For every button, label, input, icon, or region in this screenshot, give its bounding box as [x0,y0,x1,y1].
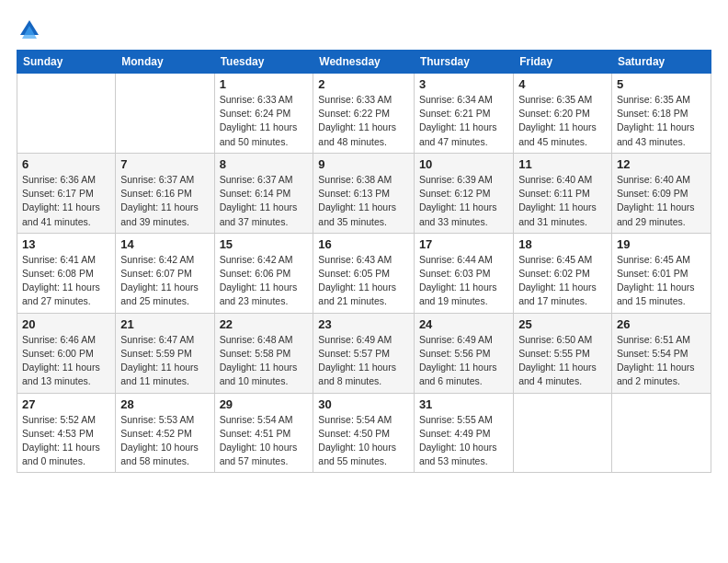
weekday-friday: Friday [514,51,612,74]
calendar-cell: 11Sunrise: 6:40 AM Sunset: 6:11 PM Dayli… [514,153,612,233]
calendar-cell: 5Sunrise: 6:35 AM Sunset: 6:18 PM Daylig… [611,74,711,154]
calendar-cell: 28Sunrise: 5:53 AM Sunset: 4:52 PM Dayli… [116,393,214,473]
calendar-cell: 19Sunrise: 6:45 AM Sunset: 6:01 PM Dayli… [611,233,711,313]
day-info: Sunrise: 6:49 AM Sunset: 5:57 PM Dayligh… [318,333,409,389]
day-number: 18 [518,237,607,251]
day-info: Sunrise: 6:42 AM Sunset: 6:07 PM Dayligh… [120,253,209,309]
calendar-cell: 10Sunrise: 6:39 AM Sunset: 6:12 PM Dayli… [414,153,513,233]
calendar-cell: 6Sunrise: 6:36 AM Sunset: 6:17 PM Daylig… [17,153,116,233]
day-number: 25 [518,317,607,331]
calendar-cell: 7Sunrise: 6:37 AM Sunset: 6:16 PM Daylig… [116,153,214,233]
day-info: Sunrise: 5:52 AM Sunset: 4:53 PM Dayligh… [22,413,110,469]
day-info: Sunrise: 6:50 AM Sunset: 5:55 PM Dayligh… [518,333,607,389]
calendar-cell: 22Sunrise: 6:48 AM Sunset: 5:58 PM Dayli… [214,313,313,393]
calendar-cell [17,74,116,154]
day-number: 4 [518,77,607,91]
calendar-cell: 13Sunrise: 6:41 AM Sunset: 6:08 PM Dayli… [17,233,116,313]
logo [17,17,46,42]
day-info: Sunrise: 6:45 AM Sunset: 6:02 PM Dayligh… [518,253,607,309]
calendar-cell: 26Sunrise: 6:51 AM Sunset: 5:54 PM Dayli… [611,313,711,393]
calendar-cell: 15Sunrise: 6:42 AM Sunset: 6:06 PM Dayli… [214,233,313,313]
day-info: Sunrise: 6:36 AM Sunset: 6:17 PM Dayligh… [22,173,110,229]
calendar-table: SundayMondayTuesdayWednesdayThursdayFrid… [17,50,711,473]
day-info: Sunrise: 6:33 AM Sunset: 6:24 PM Dayligh… [220,93,309,149]
day-info: Sunrise: 6:45 AM Sunset: 6:01 PM Dayligh… [617,253,706,309]
day-info: Sunrise: 5:55 AM Sunset: 4:49 PM Dayligh… [419,413,508,469]
calendar-cell: 23Sunrise: 6:49 AM Sunset: 5:57 PM Dayli… [313,313,415,393]
weekday-tuesday: Tuesday [214,51,313,74]
day-number: 26 [617,317,706,331]
day-info: Sunrise: 6:34 AM Sunset: 6:21 PM Dayligh… [419,93,508,149]
calendar-week-row: 20Sunrise: 6:46 AM Sunset: 6:00 PM Dayli… [17,313,711,393]
calendar-cell: 30Sunrise: 5:54 AM Sunset: 4:50 PM Dayli… [313,393,415,473]
day-info: Sunrise: 6:35 AM Sunset: 6:18 PM Dayligh… [617,93,706,149]
day-info: Sunrise: 6:37 AM Sunset: 6:14 PM Dayligh… [220,173,309,229]
calendar-cell: 2Sunrise: 6:33 AM Sunset: 6:22 PM Daylig… [313,74,415,154]
day-number: 27 [22,397,110,411]
day-number: 11 [518,157,607,171]
weekday-wednesday: Wednesday [313,51,415,74]
calendar-cell: 27Sunrise: 5:52 AM Sunset: 4:53 PM Dayli… [17,393,116,473]
day-number: 3 [419,77,508,91]
day-number: 23 [318,317,409,331]
day-number: 24 [419,317,508,331]
calendar-cell: 17Sunrise: 6:44 AM Sunset: 6:03 PM Dayli… [414,233,513,313]
calendar-cell: 9Sunrise: 6:38 AM Sunset: 6:13 PM Daylig… [313,153,415,233]
day-number: 8 [220,157,309,171]
day-info: Sunrise: 6:43 AM Sunset: 6:05 PM Dayligh… [318,253,409,309]
weekday-sunday: Sunday [17,51,116,74]
calendar-week-row: 6Sunrise: 6:36 AM Sunset: 6:17 PM Daylig… [17,153,711,233]
weekday-saturday: Saturday [611,51,711,74]
day-number: 19 [617,237,706,251]
day-info: Sunrise: 6:40 AM Sunset: 6:09 PM Dayligh… [617,173,706,229]
calendar-cell: 18Sunrise: 6:45 AM Sunset: 6:02 PM Dayli… [514,233,612,313]
calendar-cell: 20Sunrise: 6:46 AM Sunset: 6:00 PM Dayli… [17,313,116,393]
weekday-thursday: Thursday [414,51,513,74]
calendar-cell: 1Sunrise: 6:33 AM Sunset: 6:24 PM Daylig… [214,74,313,154]
calendar-cell: 31Sunrise: 5:55 AM Sunset: 4:49 PM Dayli… [414,393,513,473]
calendar-cell: 25Sunrise: 6:50 AM Sunset: 5:55 PM Dayli… [514,313,612,393]
calendar-cell: 21Sunrise: 6:47 AM Sunset: 5:59 PM Dayli… [116,313,214,393]
header [17,17,711,42]
calendar-week-row: 1Sunrise: 6:33 AM Sunset: 6:24 PM Daylig… [17,74,711,154]
day-info: Sunrise: 6:41 AM Sunset: 6:08 PM Dayligh… [22,253,110,309]
day-info: Sunrise: 6:38 AM Sunset: 6:13 PM Dayligh… [318,173,409,229]
calendar-cell [116,74,214,154]
logo-icon [17,17,42,42]
day-number: 15 [220,237,309,251]
day-info: Sunrise: 6:37 AM Sunset: 6:16 PM Dayligh… [120,173,209,229]
calendar-cell: 29Sunrise: 5:54 AM Sunset: 4:51 PM Dayli… [214,393,313,473]
day-number: 14 [120,237,209,251]
day-number: 10 [419,157,508,171]
day-number: 13 [22,237,110,251]
calendar-cell: 12Sunrise: 6:40 AM Sunset: 6:09 PM Dayli… [611,153,711,233]
day-number: 5 [617,77,706,91]
day-number: 17 [419,237,508,251]
day-info: Sunrise: 6:47 AM Sunset: 5:59 PM Dayligh… [120,333,209,389]
day-info: Sunrise: 6:48 AM Sunset: 5:58 PM Dayligh… [220,333,309,389]
day-info: Sunrise: 6:35 AM Sunset: 6:20 PM Dayligh… [518,93,607,149]
day-number: 2 [318,77,409,91]
day-info: Sunrise: 6:39 AM Sunset: 6:12 PM Dayligh… [419,173,508,229]
calendar-cell: 3Sunrise: 6:34 AM Sunset: 6:21 PM Daylig… [414,74,513,154]
day-number: 28 [120,397,209,411]
calendar-week-row: 13Sunrise: 6:41 AM Sunset: 6:08 PM Dayli… [17,233,711,313]
day-info: Sunrise: 5:54 AM Sunset: 4:50 PM Dayligh… [318,413,409,469]
day-number: 9 [318,157,409,171]
day-info: Sunrise: 6:33 AM Sunset: 6:22 PM Dayligh… [318,93,409,149]
weekday-header-row: SundayMondayTuesdayWednesdayThursdayFrid… [17,51,711,74]
day-info: Sunrise: 5:53 AM Sunset: 4:52 PM Dayligh… [120,413,209,469]
day-number: 22 [220,317,309,331]
day-number: 1 [220,77,309,91]
calendar-cell: 14Sunrise: 6:42 AM Sunset: 6:07 PM Dayli… [116,233,214,313]
day-info: Sunrise: 6:40 AM Sunset: 6:11 PM Dayligh… [518,173,607,229]
day-number: 31 [419,397,508,411]
calendar-cell: 16Sunrise: 6:43 AM Sunset: 6:05 PM Dayli… [313,233,415,313]
day-info: Sunrise: 5:54 AM Sunset: 4:51 PM Dayligh… [220,413,309,469]
day-number: 6 [22,157,110,171]
day-number: 29 [220,397,309,411]
day-info: Sunrise: 6:46 AM Sunset: 6:00 PM Dayligh… [22,333,110,389]
day-info: Sunrise: 6:42 AM Sunset: 6:06 PM Dayligh… [220,253,309,309]
calendar-cell [514,393,612,473]
calendar-cell: 8Sunrise: 6:37 AM Sunset: 6:14 PM Daylig… [214,153,313,233]
